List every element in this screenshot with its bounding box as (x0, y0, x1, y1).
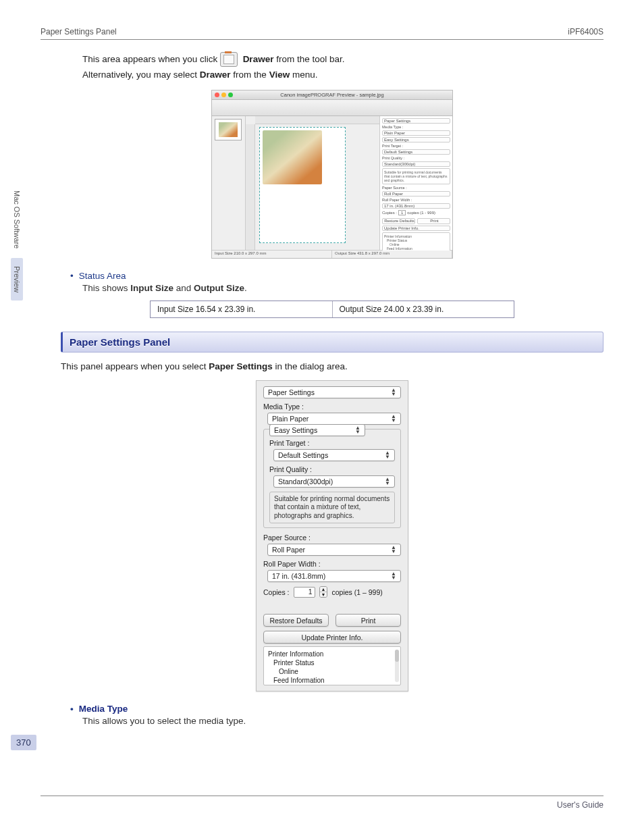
paper-source-select[interactable]: Roll Paper ▲▼ (267, 544, 401, 556)
restore-defaults-button[interactable]: Restore Defaults (263, 614, 329, 627)
media-type-desc: This allows you to select the media type… (82, 714, 603, 729)
media-type-select[interactable]: Plain Paper ▲▼ (267, 413, 401, 425)
paper-settings-select[interactable]: Paper Settings ▲▼ (263, 386, 401, 398)
easy-settings-fieldset: Easy Settings ▲▼ Print Target : Default … (263, 429, 401, 529)
status-area-heading: Status Area (61, 271, 603, 281)
status-area-output-size: Output Size (194, 283, 244, 293)
preview-window-screenshot: Canon imagePROGRAF Preview - sample.jpg (211, 90, 453, 259)
chevron-up-icon: ▲ (320, 587, 327, 592)
intro-line2b: from the (231, 70, 269, 80)
chevron-updown-icon: ▲▼ (390, 572, 398, 580)
help-text-box: Suitable for printing normal documents t… (269, 492, 395, 524)
printer-info-box: Printer Information Printer Status Onlin… (263, 646, 401, 685)
paper-source-label: Paper Source : (263, 533, 401, 542)
side-tab-mac-os-software[interactable]: Mac OS Software (11, 182, 23, 257)
intro-line2c: menu. (290, 70, 317, 80)
chevron-updown-icon: ▲▼ (390, 546, 398, 554)
header-right: iPF6400S (568, 27, 603, 36)
status-strip: Input Size 16.54 x 23.39 in. Output Size… (150, 301, 514, 318)
section-title: Paper Settings Panel (70, 336, 170, 348)
paper-settings-panel: Paper Settings ▲▼ Media Type : Plain Pap… (256, 380, 408, 692)
printer-online-label: Online (268, 667, 396, 676)
status-strip-input: Input Size 16.54 x 23.39 in. (151, 301, 333, 317)
section-title-bar: Paper Settings Panel (61, 332, 603, 353)
mini-paper-settings: Paper Settings (382, 118, 450, 124)
mini-status-input: Input Size 210.0 x 297.0 mm (212, 251, 332, 258)
print-target-label: Print Target : (269, 439, 395, 447)
chevron-down-icon: ▼ (320, 592, 327, 597)
drawer-icon (220, 52, 238, 67)
chevron-updown-icon: ▲▼ (383, 451, 392, 459)
print-quality-select[interactable]: Standard(300dpi) ▲▼ (273, 475, 395, 488)
copies-label: Copies : (263, 588, 290, 596)
copies-stepper[interactable]: ▲ ▼ (319, 586, 328, 598)
preview-window-title: Canon imagePROGRAF Preview - sample.jpg (280, 92, 383, 98)
side-tab-preview[interactable]: Preview (11, 258, 23, 301)
printer-status-label: Printer Status (268, 658, 396, 667)
chevron-updown-icon: ▲▼ (383, 477, 392, 486)
intro-drawer2: Drawer (200, 70, 231, 80)
print-target-select[interactable]: Default Settings ▲▼ (273, 449, 395, 461)
status-area-desc-c: and (173, 283, 194, 293)
page-number: 370 (11, 735, 36, 750)
thumbnail-icon (215, 119, 242, 140)
section-desc-a: This panel appears when you select (61, 361, 209, 371)
print-quality-label: Print Quality : (269, 465, 395, 473)
copies-input[interactable]: 1 (294, 587, 315, 598)
roll-width-label: Roll Paper Width : (263, 560, 401, 568)
feed-information-label: Feed Information (268, 676, 396, 685)
header-left: Paper Settings Panel (41, 27, 117, 36)
easy-settings-select[interactable]: Easy Settings ▲▼ (269, 424, 365, 436)
status-area-desc-a: This shows (82, 283, 130, 293)
chevron-updown-icon: ▲▼ (390, 415, 398, 423)
intro-view: View (269, 70, 290, 80)
chevron-updown-icon: ▲▼ (390, 388, 398, 396)
chevron-updown-icon: ▲▼ (354, 426, 362, 434)
status-area-input-size: Input Size (130, 283, 173, 293)
intro-line1a: This area appears when you click (82, 54, 220, 64)
roll-width-select[interactable]: 17 in. (431.8mm) ▲▼ (267, 570, 401, 582)
intro-drawer: Drawer (243, 54, 274, 64)
copies-range: copies (1 – 999) (331, 588, 382, 596)
mini-status-output: Output Size 431.8 x 297.0 mm (332, 251, 452, 258)
intro-line2a: Alternatively, you may select (82, 70, 200, 80)
section-desc-b: Paper Settings (209, 361, 273, 371)
printer-information-label: Printer Information (268, 650, 396, 658)
status-strip-output: Output Size 24.00 x 23.39 in. (333, 301, 514, 317)
media-type-label: Media Type : (263, 402, 401, 411)
section-desc-c: in the dialog area. (273, 361, 348, 371)
footer-text: User's Guide (557, 800, 603, 810)
update-printer-info-button[interactable]: Update Printer Info. (263, 631, 401, 644)
scrollbar[interactable] (395, 650, 399, 682)
status-area-desc-e: . (244, 283, 247, 293)
print-button[interactable]: Print (336, 614, 401, 627)
media-type-heading: Media Type (61, 704, 603, 714)
side-tabs: Mac OS Software Preview (11, 182, 26, 302)
intro-line1b: from the tool bar. (273, 54, 344, 64)
